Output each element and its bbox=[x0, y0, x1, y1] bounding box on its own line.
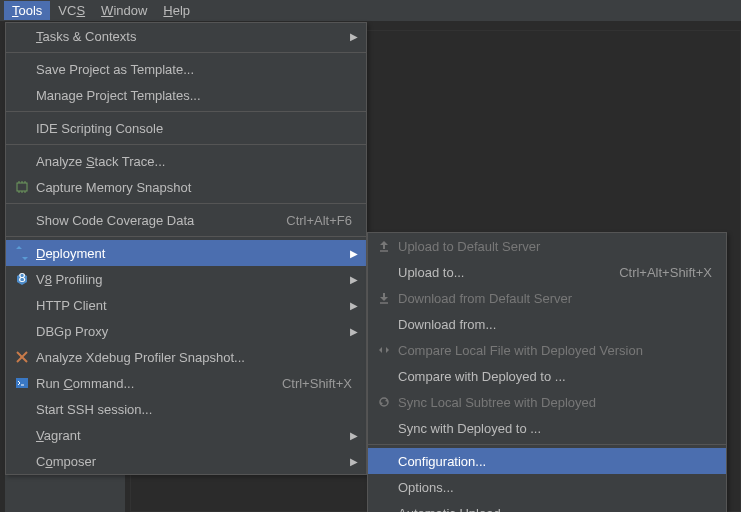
blank-icon bbox=[374, 505, 394, 512]
item-sync-local[interactable]: Sync Local Subtree with Deployed bbox=[368, 389, 726, 415]
label: Download from... bbox=[394, 317, 718, 332]
blank-icon bbox=[12, 427, 32, 443]
label: Compare Local File with Deployed Version bbox=[394, 343, 718, 358]
label: Compare with Deployed to ... bbox=[394, 369, 718, 384]
item-ssh[interactable]: Start SSH session... bbox=[6, 396, 366, 422]
blank-icon bbox=[374, 368, 394, 384]
menu-help[interactable]: Help bbox=[155, 1, 198, 20]
blank-icon bbox=[12, 28, 32, 44]
sync-icon bbox=[374, 394, 394, 410]
label: Capture Memory Snapshot bbox=[32, 180, 358, 195]
submenu-arrow-icon: ▶ bbox=[348, 300, 358, 311]
blank-icon bbox=[374, 479, 394, 495]
blank-icon bbox=[12, 401, 32, 417]
terminal-icon bbox=[12, 375, 32, 391]
item-download-default[interactable]: Download from Default Server bbox=[368, 285, 726, 311]
shortcut: Ctrl+Alt+Shift+X bbox=[619, 265, 718, 280]
blank-icon bbox=[12, 120, 32, 136]
submenu-arrow-icon: ▶ bbox=[348, 31, 358, 42]
label: Options... bbox=[394, 480, 718, 495]
item-run-command[interactable]: Run Command... Ctrl+Shift+X bbox=[6, 370, 366, 396]
item-save-template[interactable]: Save Project as Template... bbox=[6, 56, 366, 82]
label: Sync with Deployed to ... bbox=[394, 421, 718, 436]
submenu-arrow-icon: ▶ bbox=[348, 456, 358, 467]
gutter bbox=[5, 472, 125, 512]
blank-icon bbox=[12, 323, 32, 339]
label: Automatic Upload bbox=[394, 506, 718, 513]
deployment-submenu: Upload to Default Server Upload to... Ct… bbox=[367, 232, 727, 512]
download-icon bbox=[374, 290, 394, 306]
blank-icon bbox=[12, 297, 32, 313]
label: Sync Local Subtree with Deployed bbox=[394, 395, 718, 410]
shortcut: Ctrl+Alt+F6 bbox=[286, 213, 358, 228]
item-v8-profiling[interactable]: 8 V8 Profiling ▶ bbox=[6, 266, 366, 292]
item-compare-local[interactable]: Compare Local File with Deployed Version bbox=[368, 337, 726, 363]
blank-icon bbox=[12, 153, 32, 169]
item-composer[interactable]: Composer ▶ bbox=[6, 448, 366, 474]
item-capture-memory[interactable]: Capture Memory Snapshot bbox=[6, 174, 366, 200]
blank-icon bbox=[12, 61, 32, 77]
item-download-from[interactable]: Download from... bbox=[368, 311, 726, 337]
item-manage-templates[interactable]: Manage Project Templates... bbox=[6, 82, 366, 108]
item-upload-default[interactable]: Upload to Default Server bbox=[368, 233, 726, 259]
shortcut: Ctrl+Shift+X bbox=[282, 376, 358, 391]
label: Start SSH session... bbox=[32, 402, 358, 417]
item-analyze-stack[interactable]: Analyze Stack Trace... bbox=[6, 148, 366, 174]
tools-dropdown: Tasks & Contexts ▶ Save Project as Templ… bbox=[5, 22, 367, 475]
submenu-arrow-icon: ▶ bbox=[348, 326, 358, 337]
label: Analyze Xdebug Profiler Snapshot... bbox=[32, 350, 358, 365]
item-configuration[interactable]: Configuration... bbox=[368, 448, 726, 474]
deploy-icon bbox=[12, 245, 32, 261]
label: Upload to... bbox=[394, 265, 619, 280]
item-tasks-contexts[interactable]: Tasks & Contexts ▶ bbox=[6, 23, 366, 49]
blank-icon bbox=[374, 420, 394, 436]
separator bbox=[6, 52, 366, 53]
label: IDE Scripting Console bbox=[32, 121, 358, 136]
label: HTTP Client bbox=[32, 298, 348, 313]
item-deployment[interactable]: Deployment ▶ bbox=[6, 240, 366, 266]
submenu-arrow-icon: ▶ bbox=[348, 430, 358, 441]
label: DBGp Proxy bbox=[32, 324, 348, 339]
item-options[interactable]: Options... bbox=[368, 474, 726, 500]
upload-icon bbox=[374, 238, 394, 254]
menu-vcs[interactable]: VCS bbox=[50, 1, 93, 20]
svg-rect-10 bbox=[16, 378, 28, 388]
label: Show Code Coverage Data bbox=[32, 213, 286, 228]
item-vagrant[interactable]: Vagrant ▶ bbox=[6, 422, 366, 448]
xdebug-icon bbox=[12, 349, 32, 365]
item-sync-deployed[interactable]: Sync with Deployed to ... bbox=[368, 415, 726, 441]
label: Download from Default Server bbox=[394, 291, 718, 306]
menu-tools[interactable]: Tools bbox=[4, 1, 50, 20]
submenu-arrow-icon: ▶ bbox=[348, 248, 358, 259]
memory-icon bbox=[12, 179, 32, 195]
item-compare-deployed[interactable]: Compare with Deployed to ... bbox=[368, 363, 726, 389]
item-upload-to[interactable]: Upload to... Ctrl+Alt+Shift+X bbox=[368, 259, 726, 285]
blank-icon bbox=[374, 264, 394, 280]
svg-rect-0 bbox=[17, 183, 27, 191]
item-http-client[interactable]: HTTP Client ▶ bbox=[6, 292, 366, 318]
separator bbox=[6, 144, 366, 145]
label: Upload to Default Server bbox=[394, 239, 718, 254]
label: Configuration... bbox=[394, 454, 718, 469]
separator bbox=[6, 203, 366, 204]
blank-icon bbox=[12, 453, 32, 469]
blank-icon bbox=[12, 212, 32, 228]
menu-window[interactable]: Window bbox=[93, 1, 155, 20]
separator bbox=[6, 236, 366, 237]
label: Manage Project Templates... bbox=[32, 88, 358, 103]
compare-icon bbox=[374, 342, 394, 358]
submenu-arrow-icon: ▶ bbox=[348, 274, 358, 285]
item-dbgp-proxy[interactable]: DBGp Proxy ▶ bbox=[6, 318, 366, 344]
blank-icon bbox=[374, 316, 394, 332]
menubar: Tools VCS Window Help bbox=[0, 0, 741, 22]
blank-icon bbox=[12, 87, 32, 103]
item-coverage[interactable]: Show Code Coverage Data Ctrl+Alt+F6 bbox=[6, 207, 366, 233]
separator bbox=[6, 111, 366, 112]
separator bbox=[368, 444, 726, 445]
v8-icon: 8 bbox=[12, 271, 32, 287]
item-ide-scripting[interactable]: IDE Scripting Console bbox=[6, 115, 366, 141]
label: Save Project as Template... bbox=[32, 62, 358, 77]
item-auto-upload[interactable]: Automatic Upload bbox=[368, 500, 726, 512]
svg-text:8: 8 bbox=[18, 271, 25, 285]
item-xdebug[interactable]: Analyze Xdebug Profiler Snapshot... bbox=[6, 344, 366, 370]
